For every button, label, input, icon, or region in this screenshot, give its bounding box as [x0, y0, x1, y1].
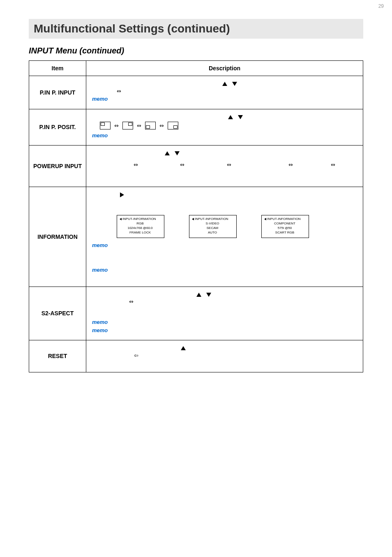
info-header: INPUT-INFORMATION — [195, 217, 228, 222]
triangle-up-icon — [228, 115, 233, 119]
page-title: Multifunctional Settings (continued) — [29, 19, 363, 39]
text: performs resetting all the items of this… — [141, 352, 245, 357]
table-row: P.IN P. POSIT. Selects the picture posit… — [29, 109, 363, 146]
memo-label: memo — [92, 242, 108, 248]
info-line: RGB — [120, 222, 161, 226]
info-line: COMPONENT — [264, 222, 305, 226]
table-row: POWERUP INPUT Set the input terminal wit… — [29, 146, 363, 187]
row-item-information: INFORMATION — [29, 187, 86, 287]
double-arrow-icon: ⇔ — [117, 87, 121, 95]
settings-table: Item Description P.IN P. INPUT Selects t… — [29, 60, 363, 372]
memo-label: memo — [92, 319, 108, 325]
memo-text: Selecting OFF on the P.IN P. INPUT makes… — [109, 133, 236, 138]
col-header-description: Description — [86, 61, 363, 76]
text: Set the input terminal with buttons — [92, 150, 161, 155]
double-arrow-icon: ⇔ — [288, 161, 293, 169]
double-arrow-icon: ⇔ — [180, 161, 184, 169]
triangle-left-icon — [192, 218, 194, 220]
text: Selecting this item with pressing the bu… — [92, 345, 179, 350]
double-arrow-icon: ⇔ — [159, 122, 164, 130]
triangle-up-icon — [181, 346, 186, 350]
memo-label: memo — [92, 267, 108, 273]
double-arrow-icon: ⇔ — [114, 122, 119, 130]
row-item-reset: RESET — [29, 340, 86, 372]
info-line: AUTO — [192, 231, 233, 235]
triangle-up-icon — [196, 293, 201, 297]
info-line: FRAME LOCK — [120, 231, 161, 235]
memo-text: When OFF is selected, the P.IN P. POSIT.… — [109, 97, 212, 102]
note-text: When you set BEFOREOFF, the projector po… — [92, 174, 357, 181]
row-item-pinp-input: P.IN P. INPUT — [29, 76, 86, 109]
text: Pressing the button — [92, 352, 132, 357]
table-row: S2-ASPECT Set the S2-Aspect feature to o… — [29, 287, 363, 340]
row-desc-reset: Selecting this item with pressing the bu… — [86, 340, 363, 372]
memo-label: memo — [92, 327, 108, 333]
pip-position-bl-icon — [145, 122, 156, 129]
row-item-powerup: POWERUP INPUT — [29, 146, 86, 187]
info-box-svideo: INPUT-INFORMATION S-VIDEO SECAM AUTO — [189, 215, 237, 238]
memo-text: The "SCART RGB" message means that the C… — [92, 268, 350, 280]
text: Selects the picture position for the sub… — [92, 114, 225, 119]
text: buttons. — [241, 81, 257, 86]
info-box-rgb: INPUT-INFORMATION RGB 1024x768 @60.0 FRA… — [117, 215, 164, 238]
row-desc-information: Pressing the displays the box of "INPUT … — [86, 187, 363, 287]
info-line: 1024x768 @60.0 — [120, 226, 161, 231]
triangle-down-icon — [175, 151, 180, 155]
seq-item: RGB — [307, 162, 317, 169]
text: Pressing the — [92, 192, 118, 197]
double-arrow-icon: ⇔ — [137, 122, 141, 130]
text: displays the box of "INPUT INFORMATION". — [127, 192, 216, 197]
page-number: 29 — [0, 0, 392, 11]
text: The current input is indicated on the to… — [92, 198, 357, 212]
seq-item: M1-D — [349, 158, 357, 172]
info-line: SECAM — [192, 226, 233, 231]
row-item-pinp-posit: P.IN P. POSIT. — [29, 109, 86, 146]
pip-position-tl-icon — [100, 122, 111, 129]
info-box-component: INPUT-INFORMATION COMPONENT 575i @50 SCA… — [261, 215, 309, 238]
triangle-left-icon — [120, 218, 122, 220]
section-subtitle: INPUT Menu (continued) — [29, 46, 363, 55]
table-row: RESET Selecting this item with pressing … — [29, 340, 363, 372]
info-line: SCART RGB — [264, 231, 305, 235]
seq-item: VIDEO — [152, 162, 166, 169]
triangle-right-icon — [120, 192, 124, 197]
text: . — [215, 292, 216, 297]
text: Selects the picture input for the sub ar… — [92, 81, 219, 86]
col-header-item: Item — [29, 61, 86, 76]
pip-position-tr-icon — [122, 122, 133, 129]
double-arrow-icon: ⇔ — [134, 161, 138, 169]
table-row: P.IN P. INPUT Selects the picture input … — [29, 76, 363, 109]
info-line: 575i @50 — [264, 226, 305, 231]
text: . — [183, 150, 184, 155]
info-line: S-VIDEO — [192, 222, 233, 226]
row-item-s2aspect: S2-ASPECT — [29, 287, 86, 340]
left-arrow-open-icon: ⇦ — [134, 351, 138, 360]
text: displays a dialog for confirmation. — [189, 345, 256, 350]
text: When you select ON, the aspect ratio is … — [92, 306, 357, 313]
row-desc-pinp-posit: Selects the picture position for the sub… — [86, 109, 363, 146]
text: buttons. — [247, 114, 263, 119]
triangle-up-icon — [222, 82, 227, 86]
triangle-left-icon — [264, 218, 266, 220]
seq-item: BEFOREOFF — [92, 162, 120, 169]
memo-text: The "FRAME LOCK" message means that the … — [92, 243, 353, 255]
seq-item: COMPONENT — [245, 162, 275, 169]
text: Set the S2-Aspect feature to on or off w… — [92, 292, 193, 297]
info-header: INPUT-INFORMATION — [267, 217, 301, 222]
triangle-down-icon — [232, 82, 237, 86]
memo-text: This function dose not work when the LOC… — [109, 320, 290, 325]
triangle-down-icon — [206, 293, 211, 297]
table-row: INFORMATION Pressing the displays the bo… — [29, 187, 363, 287]
seq-item: S-VIDEO — [198, 158, 212, 172]
text: For canceling resetting, point the CANCE… — [92, 359, 357, 366]
row-desc-pinp-input: Selects the picture input for the sub ar… — [86, 76, 363, 109]
double-arrow-icon: ⇔ — [331, 161, 335, 169]
memo-text: Changing the ASPECT, OVER SCAN or V SIZE… — [109, 328, 316, 333]
memo-label: memo — [92, 132, 108, 139]
triangle-up-icon — [165, 151, 170, 155]
info-header: INPUT-INFORMATION — [122, 217, 156, 222]
row-desc-powerup: Set the input terminal with buttons . BE… — [86, 146, 363, 187]
triangle-down-icon — [238, 115, 243, 119]
memo-label: memo — [92, 96, 108, 102]
pip-position-br-icon — [168, 122, 178, 129]
